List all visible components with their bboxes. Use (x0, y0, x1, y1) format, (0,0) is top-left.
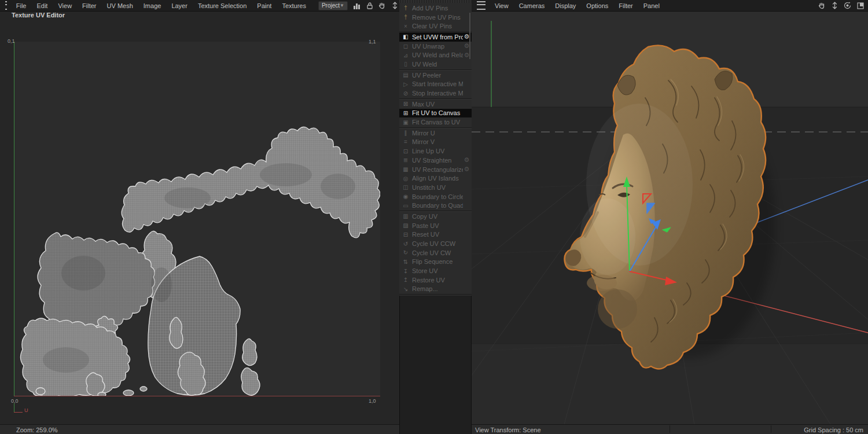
menu-layer[interactable]: Layer (166, 2, 193, 9)
command-clear-uv-pins[interactable]: ×Clear UV Pins (399, 21, 472, 31)
command-set-uvw-from-projection[interactable]: ◧Set UVW from Projection⚙ (399, 32, 472, 42)
command-uv-weld[interactable]: ▯UV Weld (399, 60, 472, 69)
command-cycle-uv-cw[interactable]: ↻Cycle UV CW (399, 248, 472, 258)
unstitch-icon: ◫ (402, 184, 410, 190)
menu-edit[interactable]: Edit (31, 2, 53, 9)
menu-options[interactable]: Options (581, 2, 613, 9)
command-start-interactive-mapping[interactable]: ▷Start Interactive Mapping (399, 80, 472, 89)
uv-corner-label: 1,0 (369, 398, 376, 404)
command-label: Fit UV to Canvas (410, 109, 463, 116)
command-label: UV Straighten (410, 157, 463, 164)
project-dropdown[interactable]: Project ▼ (318, 1, 348, 10)
menu-filter[interactable]: Filter (613, 2, 638, 9)
command-group: ∥Mirror U=Mirror V⊡Line Up UV≣UV Straigh… (399, 128, 472, 211)
command-uv-unwrap[interactable]: ◻UV Unwrap⚙ (399, 42, 472, 51)
uv-island-crumb (123, 390, 134, 396)
uv-islands[interactable] (14, 42, 380, 396)
weld-relax-icon: ⊿ (402, 52, 410, 58)
store-icon: ↧ (402, 268, 410, 274)
uv-editor-statusbar: Zoom: 259.0% (0, 424, 399, 434)
command-label: Stop Interactive Mapping (410, 90, 463, 97)
dolly-icon[interactable] (830, 1, 839, 10)
command-uv-weld-and-relax[interactable]: ⊿UV Weld and Relax⚙ (399, 50, 472, 60)
command-uv-straighten[interactable]: ≣UV Straighten⚙ (399, 156, 472, 165)
reset-icon: ⊟ (402, 231, 410, 238)
command-label: Boundary to Quad (410, 202, 463, 209)
command-label: Align UV Islands (410, 175, 463, 182)
clear-pins-icon: × (402, 23, 410, 30)
orbit-icon[interactable] (843, 1, 852, 10)
uv-editor-title: Texture UV Editor (12, 12, 65, 19)
command-boundary-to-circle[interactable]: ◉Boundary to Circle (399, 192, 472, 201)
command-remap-[interactable]: ↘Remap... (399, 285, 472, 294)
projection-icon: ◧ (402, 34, 410, 40)
menu-cameras[interactable]: Cameras (514, 2, 550, 9)
gear-icon[interactable]: ⚙ (463, 165, 470, 173)
menu-filter[interactable]: Filter (77, 2, 101, 9)
menu-uv-mesh[interactable]: UV Mesh (102, 2, 138, 9)
command-copy-uv[interactable]: ▥Copy UV (399, 212, 472, 221)
hamburger-icon[interactable] (5, 1, 7, 10)
gear-icon[interactable]: ⚙ (463, 156, 470, 164)
uv-corner-label: 0,0 (11, 398, 19, 404)
hand-icon[interactable] (818, 1, 826, 10)
histogram-icon[interactable] (352, 1, 361, 10)
command-reset-uv[interactable]: ⊟Reset UV (399, 230, 472, 240)
hamburger-icon[interactable] (477, 1, 486, 10)
menu-paint[interactable]: Paint (252, 2, 277, 9)
command-label: UV Weld and Relax (410, 52, 463, 58)
command-label: Cycle UV CCW (410, 240, 463, 247)
command-label: Clear UV Pins (410, 23, 463, 30)
command-cycle-uv-ccw[interactable]: ↺Cycle UV CCW (399, 239, 472, 248)
command-max-uv[interactable]: ⊠Max UV (399, 100, 472, 109)
command-fit-canvas-to-uv[interactable]: ▣Fit Canvas to UV (399, 117, 472, 127)
menu-view[interactable]: View (490, 2, 514, 9)
hand-icon[interactable] (378, 1, 387, 10)
statusbar-divider (670, 425, 670, 433)
viewport-menubar: ViewCamerasDisplayOptionsFilterPanel (472, 0, 868, 12)
mirror-v-icon: = (402, 139, 410, 145)
command-align-uv-islands[interactable]: ◎Align UV Islands (399, 174, 472, 183)
menu-textures[interactable]: Textures (277, 2, 311, 9)
viewport-canvas[interactable] (472, 11, 868, 424)
command-boundary-to-quad[interactable]: ▭Boundary to Quad (399, 201, 472, 210)
command-remove-uv-pins[interactable]: †Remove UV Pins (399, 13, 472, 22)
command-unstitch-uv[interactable]: ◫Unstitch UV (399, 183, 472, 192)
maximize-icon[interactable] (856, 1, 865, 10)
command-mirror-u[interactable]: ∥Mirror U (399, 128, 472, 138)
menu-view[interactable]: View (53, 2, 77, 9)
command-uv-peeler[interactable]: ▤UV Peeler (399, 71, 472, 80)
command-paste-uv[interactable]: ▨Paste UV (399, 221, 472, 230)
uv-island-piece (241, 368, 260, 396)
panel-drag-grip[interactable] (399, 0, 472, 3)
add-pin-icon: † (402, 5, 410, 11)
command-store-uv[interactable]: ↧Store UV (399, 266, 472, 275)
command-label: Restore UV (410, 277, 463, 284)
menu-file[interactable]: File (11, 2, 32, 9)
project-dropdown-label: Project (322, 2, 340, 9)
command-restore-uv[interactable]: ↥Restore UV (399, 275, 472, 285)
menu-panel[interactable]: Panel (638, 2, 665, 9)
dolly-icon[interactable] (391, 1, 399, 10)
uv-editor-menu: FileEditViewFilterUV MeshImageLayerTextu… (11, 2, 311, 9)
menu-texture-selection[interactable]: Texture Selection (193, 2, 252, 9)
command-add-uv-pins[interactable]: †Add UV Pins (399, 3, 472, 13)
command-uv-rectangularize[interactable]: ▦UV Rectangularize⚙ (399, 165, 472, 174)
command-stop-interactive-mapping[interactable]: ⊘Stop Interactive Mapping (399, 89, 472, 98)
play-icon: ▷ (402, 81, 410, 87)
uv-u-axis-line (14, 396, 380, 396)
command-line-up-uv[interactable]: ⊡Line Up UV (399, 146, 472, 156)
menu-display[interactable]: Display (550, 2, 581, 9)
command-label: UV Rectangularize (410, 166, 463, 173)
grid-spacing-status: Grid Spacing : 50 cm (804, 426, 863, 433)
stop-icon: ⊘ (402, 90, 410, 97)
weld-icon: ▯ (402, 61, 410, 67)
command-group: ◧Set UVW from Projection⚙◻UV Unwrap⚙⊿UV … (399, 32, 472, 70)
command-mirror-v[interactable]: =Mirror V (399, 138, 472, 147)
zoom-level: Zoom: 259.0% (16, 426, 58, 433)
command-flip-sequence[interactable]: ⇅Flip Sequence (399, 258, 472, 267)
lock-icon[interactable] (365, 1, 374, 10)
command-fit-uv-to-canvas[interactable]: ⊞Fit UV to Canvas (399, 109, 472, 118)
menu-image[interactable]: Image (138, 2, 167, 9)
panel-scrollbar[interactable] (469, 13, 470, 59)
